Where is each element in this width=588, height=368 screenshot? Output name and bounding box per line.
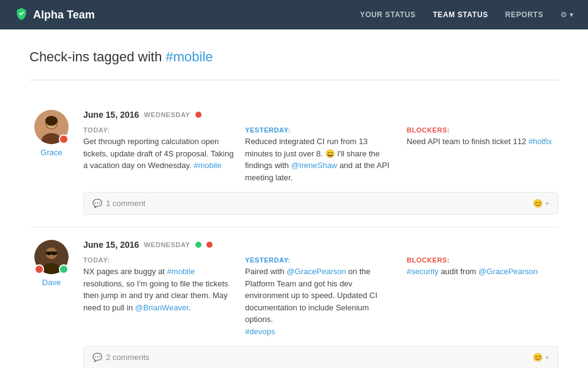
today-col-dave: TODAY: NX pages are buggy at #mobile res…	[83, 255, 235, 337]
checkin-card-dave: Dave June 15, 2016 WEDNESDAY TODAY: NX p…	[29, 228, 559, 368]
date-dave: June 15, 2016	[83, 240, 139, 250]
avatar-badge-red-grace	[59, 134, 69, 144]
gear-caret: ▾	[570, 10, 573, 19]
page-title: Check-ins tagged with #mobile	[29, 49, 559, 65]
avatar-name-dave[interactable]: Dave	[42, 278, 61, 287]
checkin-card-grace: Grace June 15, 2016 WEDNESDAY TODAY: Get…	[29, 98, 559, 228]
svg-rect-9	[45, 251, 58, 255]
avatar-badge-red-dave	[34, 264, 44, 274]
mention-gracepearson-dave[interactable]: @GracePearson	[287, 267, 346, 276]
title-prefix: Check-ins tagged with	[29, 49, 166, 64]
blockers-label-grace: BLOCKERS:	[407, 126, 450, 134]
title-divider	[29, 80, 559, 80]
date-row-dave: June 15, 2016 WEDNESDAY	[83, 240, 559, 250]
avatar-name-grace[interactable]: Grace	[40, 148, 62, 157]
checkin-content-grace: June 15, 2016 WEDNESDAY TODAY: Get throu…	[83, 110, 559, 215]
avatar-wrap-grace	[34, 110, 69, 144]
main-content: Check-ins tagged with #mobile	[0, 29, 588, 368]
blockers-label-dave: BLOCKERS:	[407, 256, 450, 264]
comment-link-dave[interactable]: 💬 2 comments	[92, 353, 149, 362]
blockers-text-grace: Need API team to finish ticket 112 #hotf…	[407, 136, 559, 148]
status-dot-red-dave	[206, 242, 213, 248]
mention-ireneshaw[interactable]: @IreneShaw	[291, 161, 337, 170]
settings-gear[interactable]: ⚙ ▾	[560, 10, 573, 19]
status-dot-grace	[195, 112, 202, 118]
today-label-grace: TODAY:	[83, 126, 110, 134]
status-dot-green-dave	[195, 242, 202, 248]
reports-link[interactable]: REPORTS	[505, 10, 543, 19]
avatar-col-grace: Grace	[29, 110, 74, 215]
comment-bar-grace: 💬 1 comment 😊 +	[83, 192, 559, 215]
navbar: Alpha Team YOUR STATUS TEAM STATUS REPOR…	[0, 0, 588, 29]
yesterday-col-grace: YESTERDAY: Reduced integrated CI run fro…	[245, 125, 397, 183]
shield-icon	[15, 7, 28, 23]
emoji-btn-grace[interactable]: 😊 +	[533, 199, 549, 208]
comment-count-grace: 1 comment	[106, 199, 145, 208]
comment-link-grace[interactable]: 💬 1 comment	[92, 199, 145, 208]
today-hashtag-grace[interactable]: #mobile	[194, 161, 222, 170]
columns-dave: TODAY: NX pages are buggy at #mobile res…	[83, 255, 559, 337]
today-text-dave: NX pages are buggy at #mobile resolution…	[83, 266, 235, 313]
yesterday-text-grace: Reduced integrated CI run from 13 minute…	[245, 136, 397, 183]
gear-icon: ⚙	[560, 10, 567, 19]
weekday-dave: WEDNESDAY	[144, 241, 190, 248]
yesterday-col-dave: YESTERDAY: Paired with @GracePearson on …	[245, 255, 397, 337]
blockers-col-grace: BLOCKERS: Need API team to finish ticket…	[407, 125, 559, 183]
nav-links: YOUR STATUS TEAM STATUS REPORTS ⚙ ▾	[360, 10, 573, 19]
your-status-link[interactable]: YOUR STATUS	[360, 10, 416, 19]
checkin-content-dave: June 15, 2016 WEDNESDAY TODAY: NX pages …	[83, 240, 559, 368]
svg-point-10	[47, 253, 51, 255]
columns-grace: TODAY: Get through reporting calculation…	[83, 125, 559, 183]
yesterday-text-dave: Paired with @GracePearson on the Platfor…	[245, 266, 397, 337]
today-label-dave: TODAY:	[83, 256, 110, 264]
avatar-wrap-dave	[34, 240, 69, 274]
comment-bar-dave: 💬 2 comments 😊 +	[83, 346, 559, 368]
comment-icon-dave: 💬	[92, 353, 102, 362]
today-col-grace: TODAY: Get through reporting calculation…	[83, 125, 235, 183]
date-grace: June 15, 2016	[83, 110, 139, 120]
yesterday-label-dave: YESTERDAY:	[245, 256, 291, 264]
title-hashtag: #mobile	[166, 49, 213, 64]
yesterday-label-grace: YESTERDAY:	[245, 126, 291, 134]
blockers-hashtag-dave[interactable]: #security	[407, 267, 439, 276]
avatar-badge-green-dave	[59, 264, 69, 274]
comment-count-dave: 2 comments	[106, 353, 149, 362]
blockers-hashtag-grace[interactable]: #hotfix	[529, 137, 552, 146]
blockers-mention-dave[interactable]: @GracePearson	[478, 267, 538, 276]
svg-point-4	[45, 116, 58, 126]
blockers-text-dave: #security audit from @GracePearson	[407, 266, 559, 278]
today-text-grace: Get through reporting calculation open t…	[83, 136, 235, 172]
weekday-grace: WEDNESDAY	[144, 111, 190, 118]
comment-icon-grace: 💬	[92, 199, 102, 208]
team-status-link[interactable]: TEAM STATUS	[433, 10, 488, 19]
date-row-grace: June 15, 2016 WEDNESDAY	[83, 110, 559, 120]
brand: Alpha Team	[15, 7, 95, 23]
yesterday-hashtag-dave[interactable]: #devops	[245, 327, 275, 336]
emoji-btn-dave[interactable]: 😊 +	[533, 353, 549, 362]
blockers-col-dave: BLOCKERS: #security audit from @GracePea…	[407, 255, 559, 337]
mention-brianweaver[interactable]: @BrianWeaver	[135, 303, 189, 312]
avatar-col-dave: Dave	[29, 240, 74, 368]
brand-name: Alpha Team	[33, 9, 95, 21]
svg-point-11	[52, 253, 56, 255]
today-hashtag-dave[interactable]: #mobile	[167, 267, 195, 276]
